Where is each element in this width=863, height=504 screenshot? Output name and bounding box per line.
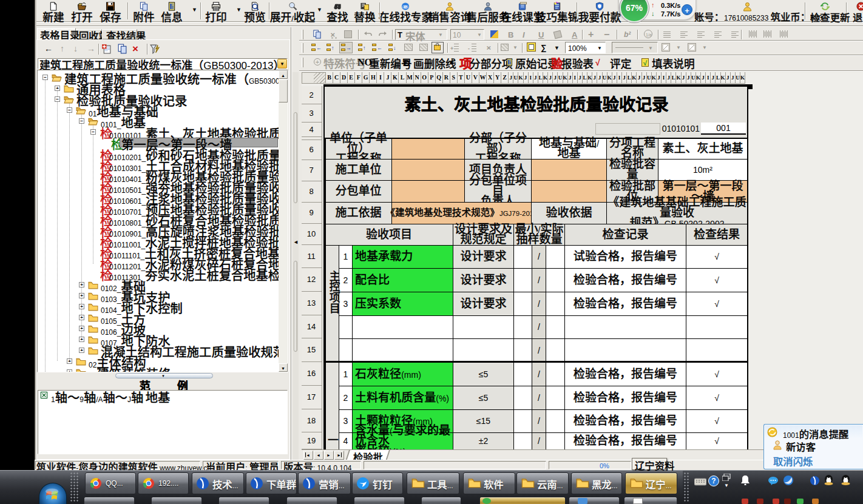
svg-text:?: ? bbox=[711, 477, 716, 485]
